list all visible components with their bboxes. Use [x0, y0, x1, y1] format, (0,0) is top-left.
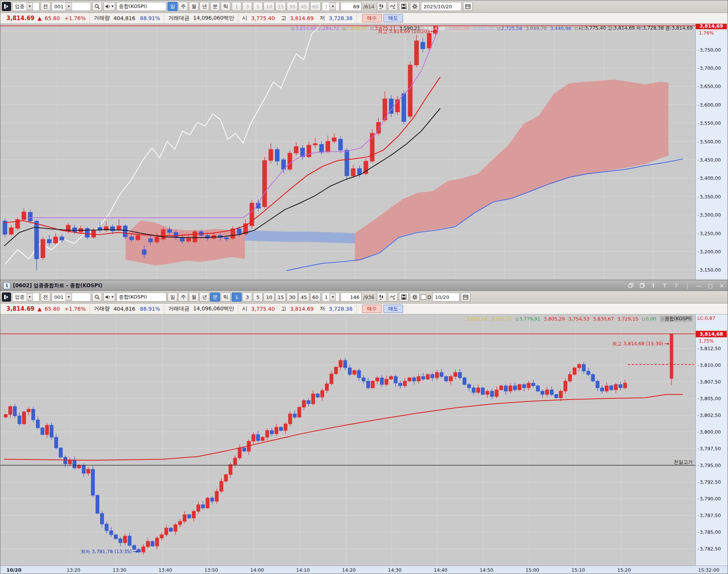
- help-icon[interactable]: ?: [673, 283, 679, 289]
- period-button[interactable]: 년: [199, 293, 209, 302]
- chevron-down-icon[interactable]: ▼: [27, 3, 33, 10]
- minute-button[interactable]: 10: [264, 2, 275, 11]
- buy-button[interactable]: 매수: [362, 14, 382, 22]
- d-checkbox[interactable]: [421, 294, 426, 300]
- minute-chart-area[interactable]: 3,856,043,703,773,779,913,805,293,754,53…: [0, 315, 728, 566]
- minute-button[interactable]: 3: [242, 2, 252, 11]
- save-button[interactable]: [399, 293, 409, 302]
- sell-button[interactable]: 매도: [383, 14, 403, 22]
- minute-button[interactable]: 5: [253, 293, 263, 302]
- symbol-input[interactable]: [116, 293, 166, 302]
- symbol-input[interactable]: [116, 2, 166, 11]
- buy-button[interactable]: 매수: [362, 305, 382, 313]
- sound-button[interactable]: ▼: [103, 293, 115, 302]
- chevron-down-icon[interactable]: ▼: [66, 3, 72, 10]
- period-button[interactable]: 주: [178, 2, 188, 11]
- search-button[interactable]: [92, 293, 102, 302]
- candle-shift-button[interactable]: [377, 2, 387, 11]
- minute-button[interactable]: 1: [232, 293, 242, 302]
- settings-button[interactable]: [410, 293, 420, 302]
- sell-button[interactable]: 매도: [383, 305, 403, 313]
- line-tool-button[interactable]: [388, 293, 398, 302]
- calendar-button[interactable]: [461, 293, 471, 302]
- candle-shift-icon: [379, 4, 385, 9]
- minute-low-annotation: 최저 3,781,78 (13:35)→: [81, 548, 138, 555]
- minute-select[interactable]: 1 ▼: [322, 293, 339, 302]
- restore-icon[interactable]: [628, 283, 634, 289]
- minute-button[interactable]: 15: [275, 2, 286, 11]
- period-button[interactable]: 틱: [221, 293, 231, 302]
- panel-toggle-icon[interactable]: [2, 293, 11, 302]
- speaker-icon: [105, 295, 110, 299]
- jeon-button[interactable]: 전: [41, 2, 50, 11]
- date-select[interactable]: 10/20: [432, 293, 460, 302]
- period-button[interactable]: 일: [168, 293, 177, 302]
- period-button[interactable]: 틱: [221, 2, 231, 11]
- sound-button[interactable]: ▼: [103, 2, 115, 11]
- date-select[interactable]: 2025/10/20: [421, 2, 462, 11]
- chevron-down-icon[interactable]: ▼: [329, 3, 336, 10]
- change-pct-label: 1,75%: [699, 338, 714, 344]
- candle-shift-button[interactable]: [377, 293, 387, 302]
- chevron-down-icon[interactable]: ▼: [111, 296, 113, 299]
- minute-button[interactable]: 45: [298, 2, 309, 11]
- minute-chart-canvas[interactable]: [0, 315, 696, 566]
- jeon-button[interactable]: 전: [41, 293, 50, 302]
- code-value: 001: [54, 294, 64, 300]
- last-change-label: LC:0,87: [697, 315, 715, 321]
- minute-button[interactable]: 30: [287, 2, 298, 11]
- price-tick-label: 3,200,00: [697, 249, 721, 255]
- search-button[interactable]: [92, 2, 102, 11]
- minute-button[interactable]: 1: [232, 2, 242, 11]
- minute-button[interactable]: 5: [253, 2, 263, 11]
- price-tick-label: 3,650,00: [697, 83, 721, 89]
- price-change: 65.80: [45, 15, 60, 21]
- open-label: 시: [242, 305, 248, 312]
- bar-position-input[interactable]: [340, 2, 362, 11]
- code-select[interactable]: 001 ▼: [52, 2, 91, 11]
- minute-button[interactable]: 3: [242, 293, 252, 302]
- minute-select[interactable]: 1 ▼: [322, 2, 339, 11]
- minute-button[interactable]: 60: [310, 293, 321, 302]
- minute-button[interactable]: 10: [264, 293, 275, 302]
- category-select[interactable]: 업종 ▼: [12, 2, 39, 11]
- date-value: 2025/10/20: [424, 4, 452, 9]
- price-tick-label: 3,700,00: [697, 65, 721, 71]
- chevron-down-icon[interactable]: ▼: [111, 5, 113, 8]
- text-tool-icon[interactable]: T: [662, 283, 668, 289]
- category-select[interactable]: 업종 ▼: [12, 293, 39, 302]
- daily-chart-area[interactable]: 3,814,69 2,284,722,849,573,675,113,590,2…: [0, 24, 728, 280]
- save-button[interactable]: [399, 2, 409, 11]
- minute-button[interactable]: 45: [298, 293, 309, 302]
- minute-button[interactable]: 30: [287, 293, 298, 302]
- line-tool-button[interactable]: [388, 2, 398, 11]
- period-button[interactable]: 월: [189, 2, 199, 11]
- date-value: 10/20: [435, 294, 449, 300]
- minute-button[interactable]: 15: [275, 293, 286, 302]
- calendar-icon: [463, 294, 468, 300]
- chevron-down-icon[interactable]: ▼: [27, 293, 33, 301]
- minimize-icon[interactable]: —: [696, 283, 702, 289]
- calendar-button[interactable]: [463, 2, 473, 11]
- daily-chart-canvas[interactable]: [0, 24, 696, 280]
- period-button[interactable]: 주: [178, 293, 188, 302]
- period-button[interactable]: 년: [199, 2, 209, 11]
- period-button[interactable]: 일: [168, 2, 177, 11]
- minute-button[interactable]: 60: [310, 2, 321, 11]
- close-icon[interactable]: ×: [719, 283, 725, 289]
- code-select[interactable]: 001 ▼: [52, 293, 91, 302]
- period-button[interactable]: 월: [189, 293, 199, 302]
- cascade-icon[interactable]: [639, 283, 645, 289]
- bar-position-input[interactable]: [340, 293, 362, 302]
- window-title-bar[interactable]: 1 [0602] 업종종합차트 - 종합(KOSPI) T ? | — □ ×: [0, 280, 728, 291]
- period-button[interactable]: 분: [210, 2, 220, 11]
- pin-icon[interactable]: [650, 283, 656, 289]
- chevron-down-icon[interactable]: ▼: [329, 293, 336, 301]
- panel-toggle-icon[interactable]: [2, 2, 11, 11]
- settings-button[interactable]: [410, 2, 420, 11]
- maximize-icon[interactable]: □: [707, 283, 713, 289]
- chevron-down-icon[interactable]: ▼: [66, 293, 72, 301]
- period-button[interactable]: 분: [210, 293, 220, 302]
- calendar-icon: [465, 4, 471, 9]
- price-tick-label: 3,795,00: [697, 462, 721, 468]
